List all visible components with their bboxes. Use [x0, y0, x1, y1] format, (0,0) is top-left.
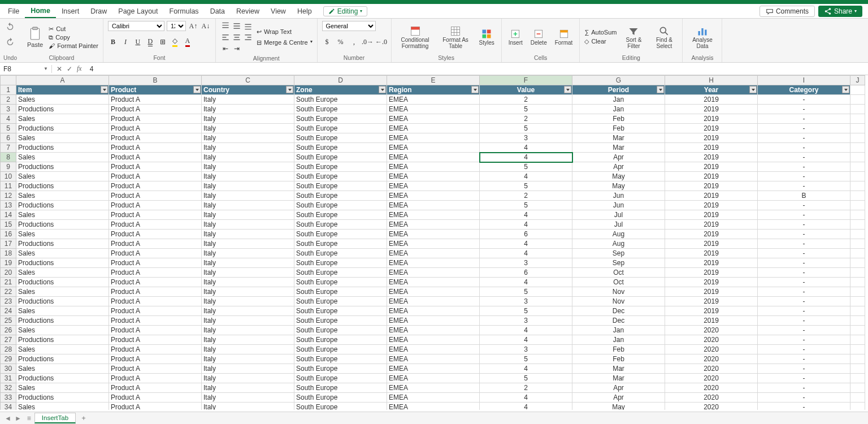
cell[interactable]: 2020 — [665, 326, 758, 335]
cell[interactable]: South Europe — [294, 114, 387, 124]
cell[interactable]: 2019 — [665, 249, 758, 258]
cell[interactable]: Productions — [16, 393, 109, 403]
cell[interactable]: South Europe — [294, 239, 387, 249]
cell[interactable]: South Europe — [294, 249, 387, 258]
cell[interactable]: EMEA — [387, 114, 480, 124]
cell[interactable] — [850, 249, 865, 258]
decrease-indent-button[interactable]: ⇤ — [220, 44, 231, 54]
cell[interactable]: South Europe — [294, 201, 387, 210]
redo-button[interactable] — [6, 37, 15, 48]
currency-button[interactable]: $ — [322, 37, 332, 47]
cell[interactable]: EMEA — [387, 297, 480, 306]
bold-button[interactable]: B — [108, 37, 118, 47]
cell[interactable]: 2019 — [665, 191, 758, 201]
cell[interactable]: 2019 — [665, 181, 758, 191]
cell[interactable]: Apr — [572, 153, 665, 162]
row-header[interactable]: 32 — [1, 383, 16, 393]
column-header-E[interactable]: E — [387, 76, 480, 85]
row-header[interactable]: 21 — [1, 278, 16, 287]
cell[interactable] — [850, 230, 865, 239]
fx-icon[interactable]: fx — [77, 64, 82, 73]
cell[interactable]: - — [758, 95, 850, 105]
cell[interactable]: - — [758, 268, 850, 278]
cell[interactable]: Productions — [16, 258, 109, 268]
row-header[interactable]: 30 — [1, 364, 16, 374]
cell[interactable]: Italy — [202, 95, 294, 105]
cell[interactable]: Feb — [572, 354, 665, 364]
cell[interactable]: 2020 — [665, 345, 758, 354]
cell[interactable] — [850, 403, 865, 410]
table-header-product[interactable]: Product — [109, 85, 202, 95]
cell[interactable]: Italy — [202, 258, 294, 268]
cell[interactable]: Italy — [202, 374, 294, 383]
cell[interactable]: South Europe — [294, 162, 387, 172]
cell[interactable]: 3 — [480, 297, 572, 306]
cell[interactable]: EMEA — [387, 230, 480, 239]
cell[interactable]: South Europe — [294, 191, 387, 201]
cell[interactable]: 3 — [480, 316, 572, 326]
cell[interactable] — [850, 124, 865, 133]
increase-font-button[interactable]: A↑ — [188, 21, 198, 31]
cell[interactable]: - — [758, 354, 850, 364]
merge-center-button[interactable]: ⊟Merge & Centre ▾ — [257, 39, 313, 46]
row-header[interactable]: 10 — [1, 172, 16, 181]
cell[interactable]: Sales — [16, 345, 109, 354]
cell[interactable]: Product A — [109, 249, 202, 258]
cell[interactable]: Product A — [109, 374, 202, 383]
cell[interactable] — [850, 239, 865, 249]
cell[interactable]: - — [758, 210, 850, 220]
filter-button[interactable] — [842, 86, 849, 93]
cell[interactable]: - — [758, 297, 850, 306]
cell[interactable]: B — [758, 191, 850, 201]
cell[interactable]: Oct — [572, 278, 665, 287]
cell[interactable]: Productions — [16, 181, 109, 191]
filter-button[interactable] — [657, 86, 664, 93]
cell[interactable] — [850, 85, 865, 95]
cell[interactable]: - — [758, 201, 850, 210]
cell[interactable]: Italy — [202, 114, 294, 124]
menu-tab-view[interactable]: View — [265, 5, 292, 18]
cell[interactable]: Jul — [572, 220, 665, 230]
cell[interactable]: - — [758, 393, 850, 403]
cell[interactable]: Sales — [16, 114, 109, 124]
row-header[interactable]: 29 — [1, 354, 16, 364]
comma-button[interactable]: , — [349, 37, 359, 47]
cell[interactable]: - — [758, 316, 850, 326]
cell[interactable]: 4 — [480, 172, 572, 181]
cell[interactable]: Product A — [109, 230, 202, 239]
cell[interactable]: 2019 — [665, 95, 758, 105]
table-header-item[interactable]: Item — [16, 85, 109, 95]
cell[interactable]: 2 — [480, 95, 572, 105]
cell[interactable]: 2019 — [665, 316, 758, 326]
cell[interactable]: May — [572, 181, 665, 191]
cell[interactable]: South Europe — [294, 124, 387, 133]
table-header-region[interactable]: Region — [387, 85, 480, 95]
cell[interactable]: 5 — [480, 287, 572, 297]
row-header[interactable]: 1 — [1, 85, 16, 95]
menu-tab-help[interactable]: Help — [292, 5, 318, 18]
column-header-D[interactable]: D — [294, 76, 387, 85]
cell[interactable]: EMEA — [387, 354, 480, 364]
cell[interactable]: Product A — [109, 220, 202, 230]
cell[interactable]: Italy — [202, 335, 294, 345]
cell[interactable]: Italy — [202, 191, 294, 201]
cell[interactable]: - — [758, 114, 850, 124]
column-header-C[interactable]: C — [202, 76, 294, 85]
wrap-text-button[interactable]: ↩Wrap Text — [257, 28, 313, 36]
table-header-value[interactable]: Value — [480, 85, 572, 95]
filter-button[interactable] — [471, 86, 479, 93]
cell[interactable]: May — [572, 172, 665, 181]
spreadsheet-grid[interactable]: ABCDEFGHIJ1ItemProductCountryZoneRegionV… — [0, 75, 868, 410]
cell[interactable]: Feb — [572, 124, 665, 133]
accept-formula-button[interactable]: ✓ — [67, 65, 72, 73]
cell[interactable]: Feb — [572, 345, 665, 354]
percent-button[interactable]: % — [336, 37, 346, 47]
cell[interactable]: Italy — [202, 383, 294, 393]
cell[interactable]: 2019 — [665, 239, 758, 249]
cell[interactable]: 3 — [480, 345, 572, 354]
cell[interactable]: Sales — [16, 287, 109, 297]
cell[interactable]: EMEA — [387, 105, 480, 114]
format-as-table-button[interactable]: Format As Table — [438, 24, 474, 50]
cell[interactable]: EMEA — [387, 364, 480, 374]
cell[interactable]: Italy — [202, 316, 294, 326]
